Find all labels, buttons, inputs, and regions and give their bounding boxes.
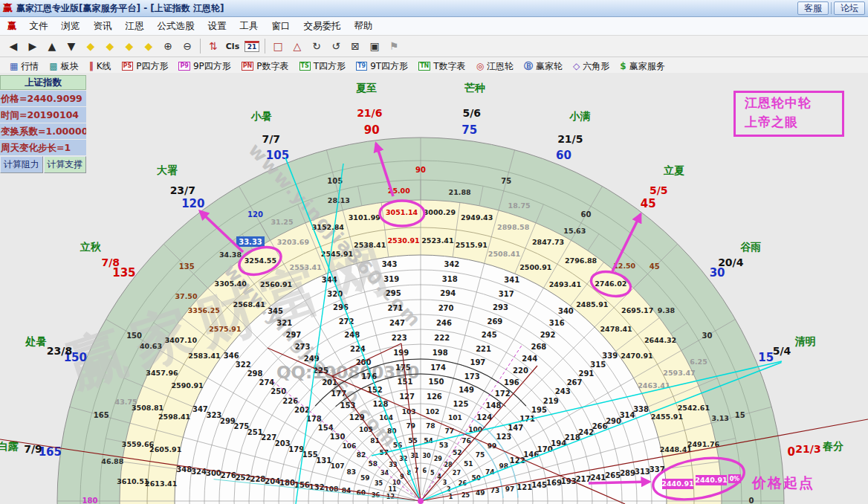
module-button-T四方形[interactable]: TST四方形 bbox=[294, 60, 352, 73]
svg-text:322: 322 bbox=[236, 361, 251, 369]
forum-button[interactable]: 论坛 bbox=[834, 1, 865, 15]
svg-text:2485.91: 2485.91 bbox=[576, 300, 608, 308]
svg-text:125: 125 bbox=[453, 400, 469, 408]
module-button-赢家轮[interactable]: Ⓑ赢家轮 bbox=[519, 60, 568, 73]
rotate-cw-icon[interactable]: ↻ bbox=[308, 38, 326, 54]
svg-text:196: 196 bbox=[504, 378, 519, 387]
svg-text:195: 195 bbox=[531, 406, 547, 414]
annotation-box: 江恩轮中轮 上帝之眼 bbox=[733, 91, 844, 137]
svg-text:273: 273 bbox=[295, 343, 311, 351]
rotate-ccw-icon[interactable]: ↺ bbox=[327, 38, 345, 54]
svg-text:52: 52 bbox=[453, 449, 462, 456]
svg-text:297: 297 bbox=[285, 331, 301, 339]
boxed-x-icon[interactable]: ⊠ bbox=[346, 38, 364, 54]
svg-text:197: 197 bbox=[470, 358, 485, 366]
zoom-in-icon[interactable]: ⊕ bbox=[159, 38, 177, 54]
svg-text:150: 150 bbox=[126, 332, 142, 340]
svg-text:289: 289 bbox=[620, 469, 635, 477]
svg-text:21/6: 21/6 bbox=[357, 107, 382, 119]
cls-button[interactable]: Cls bbox=[224, 38, 242, 54]
nav-right-icon[interactable]: ▶ bbox=[24, 38, 42, 54]
zoom-out-icon[interactable]: ⊖ bbox=[178, 38, 196, 54]
svg-text:3457.96: 3457.96 bbox=[146, 369, 178, 377]
svg-text:0: 0 bbox=[787, 445, 794, 459]
menu-item-7[interactable]: 窗口 bbox=[265, 20, 297, 33]
svg-text:3610.51: 3610.51 bbox=[117, 477, 149, 485]
module-button-label: 9T四方形 bbox=[370, 60, 408, 73]
menu-item-0[interactable]: 文件 bbox=[23, 20, 55, 33]
svg-text:318: 318 bbox=[442, 275, 458, 283]
svg-text:105: 105 bbox=[359, 426, 373, 433]
module-button-label: 9P四方形 bbox=[193, 60, 231, 73]
calendar-icon[interactable]: 21 bbox=[243, 38, 261, 54]
module-button-行情[interactable]: ▦行情 bbox=[4, 60, 44, 73]
menu-item-2[interactable]: 资讯 bbox=[87, 20, 119, 33]
nav-up-icon[interactable]: ▲ bbox=[43, 38, 61, 54]
svg-text:15: 15 bbox=[735, 411, 745, 419]
module-button-label: P四方形 bbox=[136, 60, 168, 73]
menu-item-6[interactable]: 工具 bbox=[233, 20, 265, 33]
module-button-K线[interactable]: ‖K线 bbox=[84, 60, 117, 73]
svg-text:3305.40: 3305.40 bbox=[215, 280, 247, 288]
svg-text:3356.25: 3356.25 bbox=[188, 306, 220, 314]
svg-text:3254.55: 3254.55 bbox=[244, 256, 276, 265]
module-button-T数字表[interactable]: TNT数字表 bbox=[413, 60, 471, 73]
svg-text:3.13: 3.13 bbox=[711, 414, 728, 422]
svg-text:193: 193 bbox=[561, 477, 577, 485]
svg-text:151: 151 bbox=[398, 378, 413, 386]
menu-item-5[interactable]: 设置 bbox=[201, 20, 233, 33]
triangle-shape-icon[interactable]: △ bbox=[288, 38, 306, 54]
diamond-down-icon[interactable]: ◆ bbox=[140, 38, 158, 54]
menu-item-1[interactable]: 浏览 bbox=[55, 20, 87, 33]
module-button-9P四方形[interactable]: P99P四方形 bbox=[173, 60, 236, 73]
center-target-icon[interactable]: ▣ bbox=[366, 38, 383, 54]
svg-text:5: 5 bbox=[430, 470, 435, 476]
menu-item-9[interactable]: 帮助 bbox=[348, 20, 380, 33]
svg-text:27: 27 bbox=[453, 470, 461, 476]
svg-text:立夏: 立夏 bbox=[663, 164, 684, 176]
svg-text:3152.84: 3152.84 bbox=[312, 223, 345, 231]
square-shape-icon[interactable]: □ bbox=[269, 38, 287, 54]
module-button-江恩轮[interactable]: ◎江恩轮 bbox=[471, 60, 519, 73]
module-button-9T四方形[interactable]: T99T四方形 bbox=[351, 60, 413, 73]
nav-left-icon[interactable]: ◀ bbox=[4, 38, 22, 54]
svg-text:60: 60 bbox=[556, 149, 571, 162]
module-button-赢家服务[interactable]: $赢家服务 bbox=[615, 60, 670, 73]
gann-wheel-icon: ◎ bbox=[476, 61, 484, 71]
module-button-label: 行情 bbox=[21, 60, 39, 73]
nav-down-icon[interactable]: ▼ bbox=[62, 38, 80, 54]
module-button-六角形[interactable]: ◇六角形 bbox=[568, 60, 615, 73]
customer-service-button[interactable]: 客服 bbox=[797, 1, 829, 15]
svg-text:175: 175 bbox=[395, 364, 411, 372]
svg-text:179: 179 bbox=[288, 445, 304, 453]
svg-text:180: 180 bbox=[82, 497, 98, 504]
diamond-up-icon[interactable]: ◆ bbox=[120, 38, 138, 54]
menu-item-4[interactable]: 公式选股 bbox=[151, 20, 201, 33]
blocks-icon: ▩ bbox=[49, 61, 57, 71]
svg-text:249: 249 bbox=[304, 355, 320, 363]
svg-text:219: 219 bbox=[543, 397, 559, 405]
module-button-P数字表[interactable]: PNP数字表 bbox=[236, 60, 294, 73]
menu-bar: 赢 文件浏览资讯江恩公式选股设置工具窗口交易委托帮助 bbox=[0, 17, 868, 36]
svg-text:40.63: 40.63 bbox=[140, 342, 162, 350]
module-button-P四方形[interactable]: PSP四方形 bbox=[117, 60, 174, 73]
svg-text:清明: 清明 bbox=[794, 335, 815, 347]
diamond-right-icon[interactable]: ◆ bbox=[101, 38, 119, 54]
menu-item-8[interactable]: 交易委托 bbox=[297, 20, 348, 33]
flag-icon[interactable]: ⚑ bbox=[385, 38, 403, 54]
calc-resistance-button[interactable]: 计算阻力 bbox=[0, 156, 43, 173]
menu-item-3[interactable]: 江恩 bbox=[119, 20, 151, 33]
calc-support-button[interactable]: 计算支撑 bbox=[44, 156, 87, 173]
svg-text:135: 135 bbox=[112, 266, 135, 280]
module-button-板块[interactable]: ▩板块 bbox=[44, 60, 83, 73]
svg-text:2593.47: 2593.47 bbox=[663, 369, 695, 377]
svg-text:298: 298 bbox=[247, 369, 263, 378]
svg-text:149: 149 bbox=[459, 386, 474, 394]
svg-text:251: 251 bbox=[247, 428, 263, 436]
svg-text:15.63: 15.63 bbox=[563, 227, 586, 235]
svg-text:340: 340 bbox=[558, 307, 574, 315]
t9-badge-icon: T9 bbox=[356, 62, 367, 71]
svg-text:23/7: 23/7 bbox=[170, 184, 195, 196]
diamond-left-icon[interactable]: ◆ bbox=[82, 38, 100, 54]
updown-arrows-icon[interactable]: ⇅ bbox=[204, 38, 222, 54]
